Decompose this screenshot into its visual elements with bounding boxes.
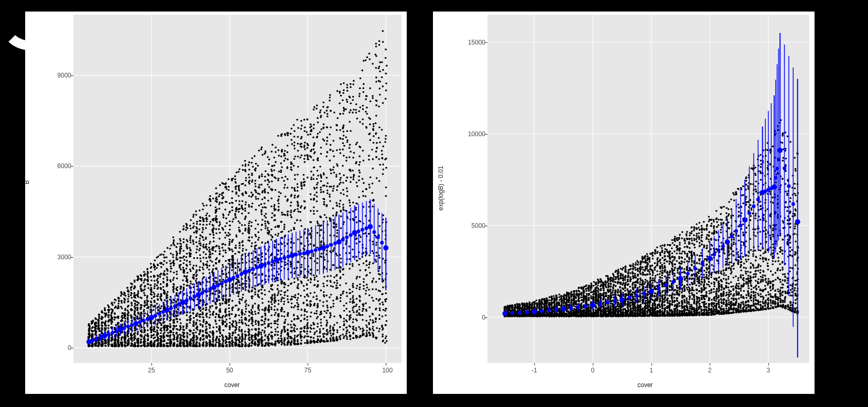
svg-point-2960: [245, 177, 247, 179]
svg-point-10607: [726, 207, 728, 209]
svg-point-3595: [277, 135, 279, 137]
svg-point-3146: [254, 248, 256, 250]
svg-point-9816: [691, 237, 693, 239]
svg-point-10464: [718, 285, 720, 288]
svg-point-7063: [581, 294, 583, 296]
svg-point-4413: [323, 204, 326, 206]
svg-point-4487: [329, 194, 331, 196]
svg-point-10757: [733, 268, 735, 270]
svg-point-9960: [697, 299, 699, 301]
svg-point-9273: [666, 312, 668, 314]
svg-point-10962: [742, 303, 744, 305]
svg-point-2780: [234, 342, 236, 344]
svg-point-1928: [196, 232, 198, 234]
svg-point-5147: [375, 46, 377, 48]
svg-point-4297: [317, 174, 319, 177]
svg-point-7777: [610, 300, 612, 302]
svg-point-3643: [281, 315, 283, 317]
svg-point-9804: [689, 277, 691, 279]
svg-point-6768: [568, 295, 570, 297]
svg-point-3580: [278, 244, 280, 246]
svg-point-4771: [346, 177, 348, 179]
svg-point-11283: [760, 205, 762, 207]
svg-point-9085: [659, 299, 661, 301]
svg-point-3046: [248, 311, 250, 313]
svg-point-10179: [706, 264, 708, 266]
svg-point-9809: [689, 288, 691, 290]
svg-point-1000: [150, 301, 153, 303]
svg-point-2554: [225, 188, 227, 190]
svg-point-5120: [372, 300, 374, 302]
svg-point-2608: [229, 315, 231, 317]
svg-point-7778: [609, 310, 611, 312]
svg-point-1590: [179, 238, 181, 240]
svg-point-10093: [701, 227, 703, 229]
svg-point-3955: [298, 317, 300, 320]
svg-point-3060: [251, 309, 253, 311]
svg-point-5238: [382, 315, 384, 317]
svg-point-816: [137, 345, 139, 347]
svg-point-3915: [294, 136, 296, 138]
svg-point-4634: [337, 185, 339, 188]
svg-point-10315: [713, 285, 715, 288]
svg-point-8627: [642, 284, 644, 287]
svg-point-4112: [306, 316, 308, 318]
svg-point-3142: [254, 311, 256, 313]
svg-point-2606: [228, 304, 230, 306]
svg-point-2789: [237, 171, 240, 173]
svg-point-5347: [107, 333, 111, 336]
svg-point-3149: [254, 303, 256, 305]
svg-point-438: [114, 345, 116, 347]
svg-point-9983: [696, 274, 698, 277]
svg-point-11859: [795, 299, 797, 301]
svg-point-3365: [264, 180, 266, 182]
svg-point-2349: [215, 339, 217, 341]
svg-point-10686: [730, 199, 732, 201]
svg-point-4266: [313, 108, 315, 111]
svg-point-3858: [290, 214, 292, 216]
svg-point-523: [121, 302, 123, 304]
svg-point-3378: [265, 150, 267, 152]
svg-point-11635: [782, 287, 784, 289]
svg-point-1918: [196, 278, 198, 280]
svg-point-1735: [190, 228, 192, 230]
svg-point-10392: [715, 271, 717, 273]
svg-point-2351: [215, 218, 218, 221]
svg-point-4530: [330, 329, 332, 332]
svg-point-2961: [244, 160, 246, 162]
svg-point-3025: [247, 290, 249, 292]
svg-point-5817: [522, 312, 524, 314]
svg-point-1916: [196, 241, 198, 244]
svg-point-982: [146, 303, 148, 305]
svg-point-5343: [95, 337, 99, 340]
svg-point-9967: [696, 238, 698, 240]
svg-point-1865: [192, 308, 194, 310]
svg-point-7518: [600, 278, 602, 280]
svg-point-4655: [339, 338, 341, 340]
svg-point-1157: [156, 340, 158, 342]
svg-point-11025: [747, 283, 750, 285]
svg-point-9143: [661, 307, 664, 310]
svg-point-1353: [170, 245, 172, 247]
svg-point-11533: [774, 301, 776, 303]
svg-point-11240: [757, 303, 760, 305]
svg-point-9734: [686, 287, 688, 289]
svg-point-1826: [192, 227, 194, 229]
svg-point-2352: [216, 208, 218, 211]
svg-point-4130: [306, 283, 308, 285]
svg-point-1890: [196, 269, 198, 271]
svg-point-5079: [370, 118, 372, 120]
svg-point-856: [140, 280, 143, 282]
svg-point-5292: [384, 342, 386, 344]
svg-point-3927: [293, 323, 295, 325]
svg-point-7662: [607, 275, 609, 277]
svg-point-11262: [761, 279, 763, 281]
svg-point-9706: [687, 289, 689, 291]
svg-point-865: [139, 286, 142, 288]
svg-point-987: [147, 277, 149, 279]
svg-point-11329: [762, 302, 764, 304]
svg-point-3371: [265, 225, 267, 227]
svg-point-3701: [285, 176, 287, 178]
svg-point-1570: [180, 240, 182, 242]
svg-point-4975: [363, 60, 365, 62]
